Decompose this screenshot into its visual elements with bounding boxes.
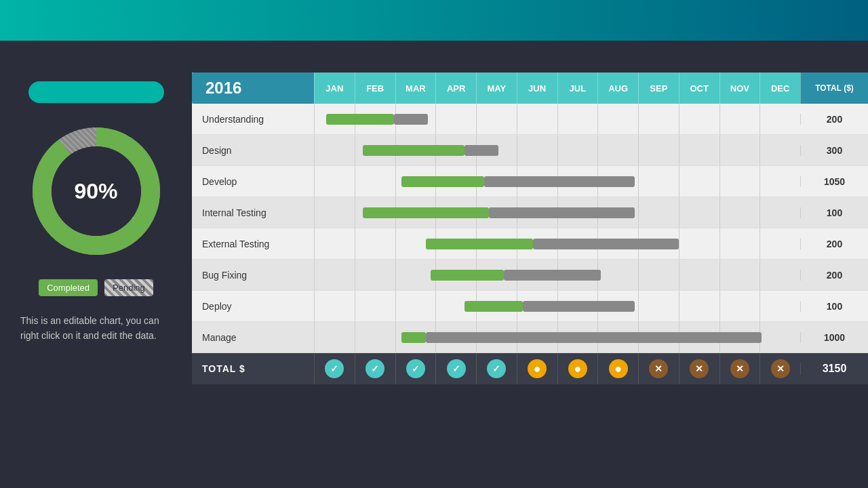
row-total: 200 bbox=[800, 114, 868, 125]
month-col bbox=[355, 291, 395, 321]
row-label-deploy: Deploy bbox=[192, 301, 314, 312]
status-cell-oct: ✕ bbox=[679, 353, 719, 384]
month-col bbox=[719, 291, 760, 321]
month-col bbox=[679, 291, 719, 321]
month-col bbox=[679, 166, 719, 197]
month-header-may: MAY bbox=[476, 73, 517, 104]
total-row-total: 3150 bbox=[800, 363, 868, 375]
month-col bbox=[760, 260, 800, 290]
status-cell-jul: ● bbox=[557, 353, 598, 384]
total-row-label: TOTAL $ bbox=[192, 363, 314, 374]
gantt-row: Design300 bbox=[192, 135, 868, 166]
row-label-external-testing: External Testing bbox=[192, 239, 314, 249]
row-total: 1000 bbox=[800, 332, 868, 343]
month-col bbox=[476, 104, 517, 134]
row-total: 100 bbox=[800, 301, 868, 312]
month-col bbox=[638, 104, 679, 134]
status-cell-dec: ✕ bbox=[760, 353, 800, 384]
status-icon-x: ✕ bbox=[730, 359, 749, 378]
bar-pending bbox=[484, 176, 635, 187]
month-col bbox=[638, 166, 679, 197]
status-icon-check: ✓ bbox=[325, 359, 344, 378]
gantt-row: Deploy100 bbox=[192, 291, 868, 322]
gantt-row: External Testing200 bbox=[192, 228, 868, 260]
month-header-aug: AUG bbox=[597, 73, 638, 104]
row-bars bbox=[314, 197, 800, 228]
month-col bbox=[314, 260, 355, 290]
month-col bbox=[719, 260, 760, 290]
month-col bbox=[355, 166, 395, 197]
month-col bbox=[719, 135, 760, 165]
month-col bbox=[638, 260, 679, 290]
month-col bbox=[719, 228, 760, 259]
status-icon-check: ✓ bbox=[406, 359, 425, 378]
month-col bbox=[597, 260, 638, 290]
bar-completed bbox=[401, 176, 484, 187]
month-col bbox=[597, 135, 638, 165]
month-col bbox=[719, 104, 760, 134]
month-col bbox=[760, 322, 800, 352]
bar-completed bbox=[426, 239, 533, 249]
bar-pending bbox=[394, 114, 428, 125]
status-cell-feb: ✓ bbox=[355, 353, 395, 384]
month-col bbox=[517, 104, 557, 134]
gantt-row: Internal Testing100 bbox=[192, 197, 868, 228]
total-row: TOTAL $ ✓✓✓✓✓●●●✕✕✕✕ 3150 bbox=[192, 353, 868, 384]
month-col bbox=[314, 166, 355, 197]
month-col bbox=[314, 135, 355, 165]
status-icon-circle: ● bbox=[609, 359, 628, 378]
total-header: TOTAL ($) bbox=[800, 73, 868, 104]
month-col bbox=[679, 135, 719, 165]
row-label-design: Design bbox=[192, 145, 314, 156]
status-cell-nov: ✕ bbox=[719, 353, 760, 384]
legend-completed: Completed bbox=[39, 279, 98, 296]
month-col bbox=[679, 197, 719, 228]
month-col bbox=[314, 197, 355, 228]
row-label-manage: Manage bbox=[192, 332, 314, 343]
month-col bbox=[517, 135, 557, 165]
month-header-feb: FEB bbox=[355, 73, 395, 104]
row-bars bbox=[314, 166, 800, 197]
month-col bbox=[719, 166, 760, 197]
bar-completed bbox=[465, 301, 523, 312]
bar-completed bbox=[363, 145, 465, 156]
status-icon-x: ✕ bbox=[771, 359, 790, 378]
bar-pending bbox=[465, 145, 498, 156]
status-icon-x: ✕ bbox=[649, 359, 668, 378]
month-header-jul: JUL bbox=[557, 73, 598, 104]
status-icon-x: ✕ bbox=[690, 359, 709, 378]
month-col bbox=[760, 291, 800, 321]
status-icon-check: ✓ bbox=[366, 359, 384, 378]
month-col bbox=[395, 291, 436, 321]
month-header-oct: OCT bbox=[679, 73, 719, 104]
bar-completed bbox=[326, 114, 394, 125]
row-bars bbox=[314, 135, 800, 165]
bar-pending bbox=[426, 332, 762, 343]
search-bar[interactable] bbox=[28, 81, 164, 103]
bar-completed bbox=[401, 332, 426, 343]
month-col bbox=[395, 260, 436, 290]
bar-pending bbox=[489, 207, 635, 218]
month-header-dec: DEC bbox=[760, 73, 800, 104]
completed-label: Completed bbox=[47, 283, 90, 293]
month-col bbox=[760, 197, 800, 228]
month-header-sep: SEP bbox=[638, 73, 679, 104]
month-col bbox=[314, 322, 355, 352]
row-bars bbox=[314, 228, 800, 259]
row-bars bbox=[314, 104, 800, 134]
row-total: 300 bbox=[800, 145, 868, 156]
left-panel: 90% Completed Pending This is an editabl… bbox=[0, 41, 192, 488]
row-total: 200 bbox=[800, 239, 868, 249]
month-col bbox=[760, 228, 800, 259]
month-col bbox=[760, 135, 800, 165]
status-cell-jan: ✓ bbox=[314, 353, 355, 384]
total-row-months: ✓✓✓✓✓●●●✕✕✕✕ bbox=[314, 353, 800, 384]
month-col bbox=[760, 166, 800, 197]
bar-completed bbox=[363, 207, 489, 218]
status-cell-mar: ✓ bbox=[395, 353, 436, 384]
row-label-develop: Develop bbox=[192, 176, 314, 187]
pending-label: Pending bbox=[113, 283, 145, 293]
month-header-mar: MAR bbox=[395, 73, 436, 104]
status-icon-check: ✓ bbox=[447, 359, 466, 378]
legend-pending: Pending bbox=[104, 279, 153, 296]
